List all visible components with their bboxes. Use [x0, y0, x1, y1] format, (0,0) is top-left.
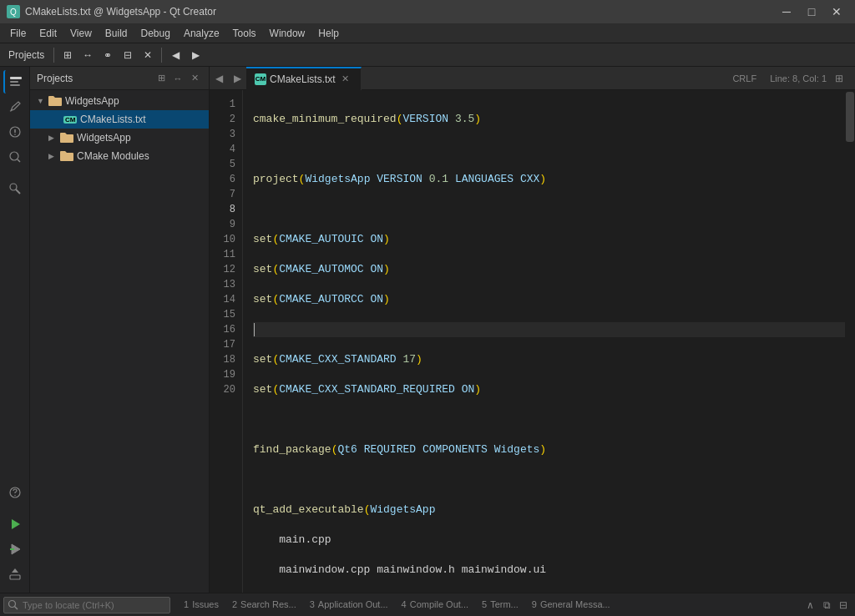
toolbar-separator [53, 48, 54, 63]
svg-point-10 [14, 495, 15, 496]
svg-rect-2 [10, 84, 20, 86]
cmake-modules-icon [60, 149, 73, 163]
close-button[interactable]: ✕ [825, 3, 848, 21]
panel-filter-btn[interactable]: ⊞ [154, 71, 169, 86]
bottom-tab-appout[interactable]: 3 Application Out... [303, 593, 395, 617]
tree-item-cmake-modules[interactable]: ▶ CMake Modules [30, 147, 209, 165]
app-icon: Q [7, 5, 20, 18]
bottom-tab-controls: ∧ ⧉ ⊟ [802, 597, 852, 613]
left-sidebar [0, 67, 30, 593]
split-button[interactable]: ⊟ [119, 46, 137, 64]
svg-line-7 [18, 159, 20, 162]
tab-label: CMakeLists.txt [270, 73, 336, 85]
project-tree: ▼ WidgetsApp CM CMakeLists.txt ▶ [30, 90, 209, 593]
tree-arrow-widgetsapp: ▼ [37, 97, 48, 105]
sidebar-item-deploy[interactable] [3, 563, 27, 586]
projects-label: Projects [3, 49, 49, 61]
svg-line-17 [15, 606, 18, 609]
sidebar-item-projects[interactable] [3, 70, 27, 93]
menu-analyze[interactable]: Analyze [177, 26, 226, 41]
bottom-tab-term[interactable]: 5 Term... [475, 593, 525, 617]
svg-line-8 [16, 189, 20, 194]
menu-help[interactable]: Help [311, 26, 346, 41]
sync-button[interactable]: ↔ [78, 46, 97, 64]
tree-arrow-widgetsapp-sub: ▶ [48, 134, 60, 142]
tab-close-btn[interactable]: ✕ [339, 73, 352, 86]
line-numbers: 1 2 3 4 5 6 7 8 9 10 11 12 13 14 15 16 1… [210, 90, 243, 593]
extend-editor-btn[interactable]: ⊞ [830, 67, 848, 90]
bottom-tab-search[interactable]: 2 Search Res... [225, 593, 303, 617]
sidebar-item-run[interactable] [3, 512, 27, 536]
scrollbar-thumb[interactable] [846, 92, 854, 142]
maximize-button[interactable]: □ [800, 3, 823, 21]
bottom-panel: 1 Issues 2 Search Res... 3 Application O… [0, 593, 855, 616]
minimize-button[interactable]: ─ [775, 3, 798, 21]
toolbar: Projects ⊞ ↔ ⚭ ⊟ ✕ ◀ ▶ [0, 43, 855, 67]
menu-view[interactable]: View [63, 26, 99, 41]
tree-label-cmakelists: CMakeLists.txt [80, 114, 146, 125]
svg-point-5 [14, 134, 16, 135]
project-panel: Projects ⊞ ↔ ✕ ▼ WidgetsApp [30, 67, 210, 593]
editor-scrollbar[interactable] [845, 90, 855, 593]
panel-title: Projects [37, 73, 73, 84]
locate-input[interactable] [19, 600, 169, 610]
toolbar-separator-2 [161, 48, 162, 63]
svg-marker-11 [12, 519, 20, 529]
code-editor[interactable]: 1 2 3 4 5 6 7 8 9 10 11 12 13 14 15 16 1… [210, 90, 855, 593]
sidebar-item-edit[interactable] [3, 95, 27, 119]
filter-button[interactable]: ⊞ [58, 46, 77, 64]
window-title: CMakeLists.txt @ WidgetsApp - Qt Creator [25, 6, 216, 18]
bottom-layout1-btn[interactable]: ⧉ [818, 597, 835, 613]
bottom-tab-compileout[interactable]: 4 Compile Out... [395, 593, 475, 617]
nav-back-button[interactable]: ◀ [166, 46, 185, 64]
code-content[interactable]: cmake_minimum_required(VERSION 3.5) proj… [243, 90, 855, 593]
tab-nav-right[interactable]: ▶ [228, 67, 246, 90]
menu-tools[interactable]: Tools [226, 26, 263, 41]
main-area: Projects ⊞ ↔ ✕ ▼ WidgetsApp [0, 67, 855, 593]
cmake-file-icon: CM [63, 113, 77, 126]
pin-button[interactable]: ⚭ [99, 46, 117, 64]
project-root-icon [48, 94, 62, 108]
sidebar-item-issues[interactable] [3, 120, 27, 144]
bottom-tab-issues[interactable]: 1 Issues [177, 593, 225, 617]
sub-folder-icon [60, 131, 73, 144]
panel-sync-btn[interactable]: ↔ [170, 71, 185, 86]
menu-file[interactable]: File [3, 26, 33, 41]
tree-item-widgetsapp-sub[interactable]: ▶ WidgetsApp [30, 129, 209, 147]
title-bar: Q CMakeLists.txt @ WidgetsApp - Qt Creat… [0, 0, 855, 23]
bottom-layout2-btn[interactable]: ⊟ [835, 597, 852, 613]
tree-label-widgetsapp-sub: WidgetsApp [77, 132, 131, 144]
nav-forward-button[interactable]: ▶ [186, 46, 205, 64]
tab-nav-left[interactable]: ◀ [210, 67, 228, 90]
svg-rect-1 [10, 81, 18, 83]
svg-rect-14 [10, 575, 20, 579]
tree-item-cmakelists[interactable]: CM CMakeLists.txt [30, 110, 209, 129]
svg-point-6 [10, 152, 18, 160]
tree-label-cmake-modules: CMake Modules [77, 150, 149, 162]
menu-debug[interactable]: Debug [134, 26, 177, 41]
menu-window[interactable]: Window [263, 26, 312, 41]
svg-marker-15 [12, 568, 18, 573]
sidebar-item-help[interactable] [3, 481, 27, 504]
menu-edit[interactable]: Edit [33, 26, 63, 41]
panel-close-btn[interactable]: ✕ [187, 71, 202, 86]
svg-point-16 [9, 600, 16, 607]
menu-bar: File Edit View Build Debug Analyze Tools… [0, 23, 855, 43]
tree-arrow-cmake-modules: ▶ [48, 152, 60, 160]
sidebar-item-search[interactable] [3, 145, 27, 169]
panel-header-buttons: ⊞ ↔ ✕ [154, 71, 202, 86]
sidebar-item-debug[interactable] [3, 538, 27, 561]
search-icon [8, 599, 19, 611]
bottom-chevron-btn[interactable]: ∧ [802, 597, 818, 613]
tab-cmakelists[interactable]: CM CMakeLists.txt ✕ [246, 67, 362, 90]
menu-build[interactable]: Build [99, 26, 134, 41]
tree-label-widgetsapp-root: WidgetsApp [65, 95, 119, 107]
bottom-tab-general[interactable]: 9 General Messa... [525, 593, 617, 617]
line-col-status: Line: 8, Col: 1 [770, 73, 827, 83]
window-controls: ─ □ ✕ [775, 3, 848, 21]
close-editor-button[interactable]: ✕ [139, 46, 157, 64]
tree-item-widgetsapp-root[interactable]: ▼ WidgetsApp [30, 92, 209, 110]
panel-header: Projects ⊞ ↔ ✕ [30, 67, 209, 90]
encoding-status: CRLF [732, 73, 756, 83]
sidebar-item-tools[interactable] [3, 177, 27, 200]
